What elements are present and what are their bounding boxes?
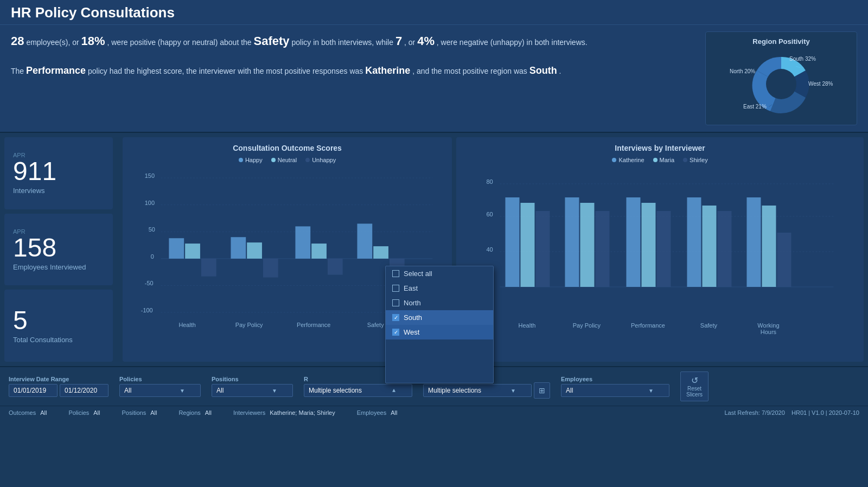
interviews-chart-svg: 80 60 40 Health Pay Policy Performance — [465, 168, 855, 336]
svg-rect-26 — [247, 242, 262, 259]
svg-rect-29 — [295, 226, 310, 258]
positions-select[interactable]: All ▼ — [212, 384, 293, 397]
refresh-status: Last Refresh: 7/9/2020 HR01 | V1.0 | 202… — [725, 409, 860, 416]
svg-rect-63 — [777, 233, 792, 287]
interviewers-filter-icon-btn[interactable]: ⊞ — [534, 382, 550, 399]
interviewers-select[interactable]: Multiple selections ▼ — [423, 384, 532, 397]
svg-rect-46 — [521, 203, 535, 287]
positions-label: Positions — [212, 376, 293, 382]
svg-text:50: 50 — [149, 226, 155, 233]
svg-rect-62 — [762, 206, 776, 287]
dropdown-west[interactable]: ✓ West — [386, 325, 493, 339]
positions-chevron-icon: ▼ — [272, 388, 277, 394]
regions-status: Regions All — [178, 409, 212, 416]
svg-rect-61 — [747, 197, 761, 287]
svg-rect-33 — [357, 223, 372, 258]
regions-select[interactable]: Multiple selections ▼ — [304, 384, 412, 397]
regions-status-key: Regions — [178, 409, 200, 416]
svg-text:-100: -100 — [141, 307, 153, 313]
interviews-chart-legend: Katherine Maria Shirley — [465, 157, 855, 163]
employees-status-val: All — [391, 409, 397, 416]
svg-text:100: 100 — [145, 200, 155, 206]
svg-rect-27 — [263, 259, 278, 278]
svg-text:150: 150 — [145, 172, 155, 179]
positive-pct: 18% — [81, 34, 105, 48]
legend-neutral: Neutral — [271, 157, 297, 163]
legend-unhappy: Unhappy — [305, 157, 336, 163]
outcomes-key: Outcomes — [9, 409, 36, 416]
interviews-number: 911 — [13, 158, 104, 184]
dropdown-select-all[interactable]: Select all — [386, 266, 493, 281]
employees-status-key: Employees — [357, 409, 386, 416]
consultations-label: Total Consultations — [13, 336, 104, 344]
maria-dot — [653, 158, 658, 162]
employees-select[interactable]: All ▼ — [561, 384, 669, 397]
employees-chevron-icon: ▼ — [648, 388, 654, 394]
svg-rect-49 — [565, 197, 579, 287]
svg-rect-55 — [657, 211, 671, 287]
svg-text:-50: -50 — [145, 280, 154, 286]
select-all-checkbox[interactable] — [392, 270, 399, 277]
svg-text:40: 40 — [487, 246, 493, 253]
employees-label: Employees Interviewed — [13, 263, 104, 271]
stats-panel: APR 911 Interviews APR 158 Employees Int… — [4, 137, 113, 362]
legend-shirley: Shirley — [683, 157, 708, 163]
date-range-label: Interview Date Range — [9, 376, 108, 382]
positions-status-val: All — [150, 409, 157, 416]
date-range-filter: Interview Date Range — [9, 376, 108, 397]
north-checkbox[interactable] — [392, 299, 399, 306]
policies-chevron-icon: ▼ — [180, 388, 185, 394]
svg-text:Safety: Safety — [367, 322, 384, 328]
svg-rect-53 — [627, 197, 641, 287]
consultation-chart-legend: Happy Neutral Unhappy — [131, 157, 443, 163]
region-dropdown[interactable]: Select all East North ✓ South ✓ West — [385, 266, 494, 383]
page-title: HR Policy Consultations — [11, 4, 857, 21]
consultations-card: 5 Total Consultations — [4, 290, 113, 362]
policies-label: Policies — [119, 376, 201, 382]
refresh-label: Last Refresh: 7/9/2020 — [725, 409, 785, 416]
svg-rect-50 — [580, 203, 595, 287]
consultation-chart-title: Consultation Outcome Scores — [131, 144, 443, 152]
policies-status: Policies All — [68, 409, 100, 416]
policies-status-val: All — [93, 409, 100, 416]
outcomes-val: All — [40, 409, 47, 416]
dropdown-east[interactable]: East — [386, 281, 493, 296]
svg-text:North 20%: North 20% — [730, 68, 755, 74]
dropdown-south[interactable]: ✓ South — [386, 310, 493, 325]
svg-rect-45 — [506, 197, 520, 287]
reset-label: Reset — [687, 386, 701, 392]
positions-value: All — [216, 387, 224, 394]
west-checkbox[interactable]: ✓ — [392, 329, 399, 336]
interviews-chart-panel: Interviews by Interviewer Katherine Mari… — [456, 137, 864, 362]
negative-count: 7 — [395, 34, 402, 48]
south-label: South — [404, 313, 422, 322]
status-bar: Outcomes All Policies All Positions All … — [0, 406, 868, 419]
unhappy-dot — [305, 158, 310, 162]
summary-text: 28 employee(s), or 18% , were positive (… — [11, 31, 694, 125]
svg-text:East 21%: East 21% — [743, 104, 767, 110]
svg-rect-34 — [373, 246, 388, 259]
svg-text:Safety: Safety — [700, 322, 718, 329]
svg-text:Performance: Performance — [297, 322, 330, 328]
reset-slicers-button[interactable]: ↺ Reset Slicers — [680, 371, 709, 401]
employees-number: 158 — [13, 235, 104, 261]
svg-rect-47 — [536, 211, 550, 287]
interviews-chart-title: Interviews by Interviewer — [465, 144, 855, 152]
neutral-dot — [271, 158, 276, 162]
date-to-input[interactable] — [60, 384, 108, 397]
east-checkbox[interactable] — [392, 285, 399, 292]
policies-status-key: Policies — [68, 409, 89, 416]
summary-line1: 28 employee(s), or 18% , were positive (… — [11, 31, 694, 50]
positions-status: Positions All — [122, 409, 157, 416]
employees-status: Employees All — [357, 409, 398, 416]
legend-katherine: Katherine — [612, 157, 644, 163]
policies-select[interactable]: All ▼ — [119, 384, 201, 397]
south-checkbox[interactable]: ✓ — [392, 314, 399, 321]
date-from-input[interactable] — [9, 384, 58, 397]
svg-rect-31 — [328, 259, 343, 275]
svg-text:0: 0 — [151, 253, 154, 260]
west-label: West — [404, 328, 419, 336]
region-positivity-card: Region Positivity South 32% West 28% — [705, 31, 857, 125]
dropdown-north[interactable]: North — [386, 296, 493, 310]
policies-filter: Policies All ▼ — [119, 376, 201, 397]
